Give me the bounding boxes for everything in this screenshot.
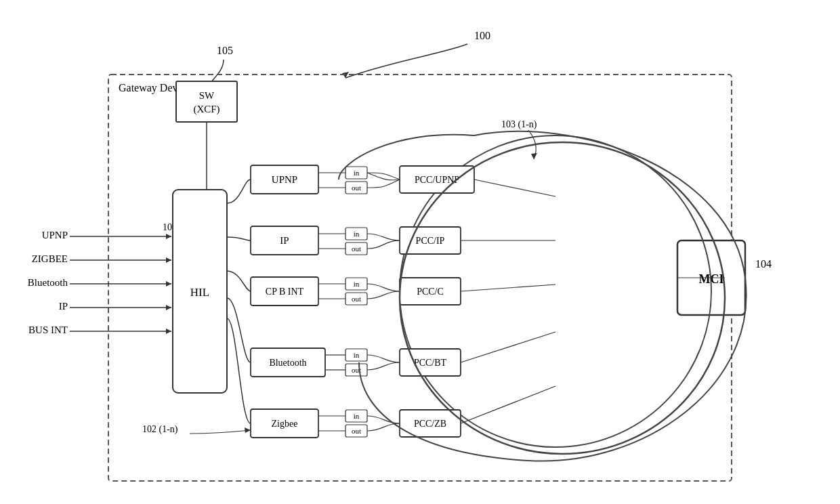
svg-line-21 xyxy=(461,386,555,423)
ref-100: 100 xyxy=(474,30,490,41)
ref-105: 105 xyxy=(217,45,233,56)
in-label-upnp: in xyxy=(354,169,360,177)
svg-marker-7 xyxy=(166,281,171,287)
sw-label-1: SW xyxy=(199,90,215,101)
input-bluetooth: Bluetooth xyxy=(28,277,68,288)
pcc-c-label: PCC/C xyxy=(417,287,444,297)
svg-marker-11 xyxy=(166,329,171,334)
input-busint: BUS INT xyxy=(28,324,68,335)
pcc-zb-label: PCC/ZB xyxy=(414,419,446,429)
diagram-container: 100 105 Gateway Device SW (XCF) 101 HIL … xyxy=(0,0,840,504)
adapter-zigbee-label: Zigbee xyxy=(272,419,298,429)
svg-marker-5 xyxy=(166,257,171,263)
in-label-bt: in xyxy=(354,351,360,359)
svg-marker-23 xyxy=(245,427,251,433)
adapter-bluetooth-label: Bluetooth xyxy=(269,358,306,368)
ref-103: 103 (1-n) xyxy=(501,119,537,130)
hil-label: HIL xyxy=(190,286,209,299)
out-label-cpbint: out xyxy=(352,295,361,303)
sw-label-2: (XCF) xyxy=(193,104,219,115)
input-zigbee: ZIGBEE xyxy=(32,253,68,264)
svg-line-20 xyxy=(461,332,555,362)
ref-102: 102 (1-n) xyxy=(142,424,178,435)
adapter-cpbint-label: CP B INT xyxy=(266,287,304,297)
pcc-bt-label: PCC/BT xyxy=(414,358,447,368)
in-label-zigbee: in xyxy=(354,412,360,420)
out-label-upnp: out xyxy=(352,184,361,192)
sw-box xyxy=(176,81,237,122)
svg-line-17 xyxy=(474,180,555,196)
svg-line-19 xyxy=(461,285,555,291)
ref-104: 104 xyxy=(755,258,772,270)
svg-marker-15 xyxy=(531,153,537,159)
out-label-ip: out xyxy=(352,245,361,253)
pcc-ip-label: PCC/IP xyxy=(416,236,445,246)
adapter-upnp-label: UPNP xyxy=(272,174,297,185)
in-label-cpbint: in xyxy=(354,280,360,288)
in-label-ip: in xyxy=(354,230,360,238)
adapter-ip-label: IP xyxy=(280,235,289,246)
out-label-zigbee: out xyxy=(352,427,361,435)
input-ip: IP xyxy=(59,301,68,312)
svg-marker-9 xyxy=(166,305,171,310)
input-upnp: UPNP xyxy=(42,230,68,240)
svg-marker-3 xyxy=(166,234,171,239)
